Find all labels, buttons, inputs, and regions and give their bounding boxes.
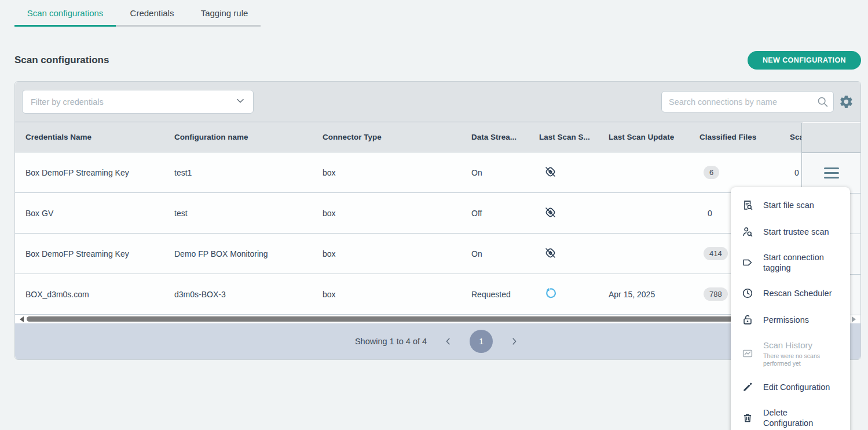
tab-underline bbox=[14, 25, 261, 27]
table-row[interactable]: BOX_d3m0s.com d3m0s-BOX-3 box Requested … bbox=[15, 274, 803, 315]
credentials-filter-select[interactable]: Filter by credentials bbox=[22, 90, 254, 114]
row-context-menu: Start file scan Start trustee scan Start… bbox=[731, 187, 850, 430]
menu-item-label: Permissions bbox=[763, 315, 809, 325]
tab-scan-configurations[interactable]: Scan configurations bbox=[14, 8, 116, 25]
col-configuration-name: Configuration name bbox=[174, 133, 323, 141]
cell-connector-type: box bbox=[323, 209, 471, 218]
table-header-row: Credentials Name Configuration name Conn… bbox=[15, 122, 803, 152]
tab-tagging-rule[interactable]: Tagging rule bbox=[188, 8, 261, 25]
page-title: Scan configurations bbox=[14, 54, 109, 66]
tab-credentials[interactable]: Credentials bbox=[116, 8, 188, 25]
cell-data-streaming: Off bbox=[471, 209, 539, 218]
cell-credentials-name: Box DemoFP Streaming Key bbox=[25, 249, 174, 258]
cell-connector-type: box bbox=[323, 290, 471, 299]
prev-page-button[interactable] bbox=[442, 335, 455, 348]
cell-credentials-name: Box DemoFP Streaming Key bbox=[25, 168, 174, 177]
gear-icon[interactable] bbox=[839, 94, 854, 109]
lock-icon bbox=[741, 314, 754, 326]
menu-item-sublabel: There were no scans performed yet bbox=[763, 352, 849, 367]
menu-item-start-file-scan[interactable]: Start file scan bbox=[731, 192, 850, 218]
col-data-streaming: Data Strea... bbox=[471, 133, 539, 141]
cell-last-scan-update: Apr 15, 2025 bbox=[609, 290, 699, 299]
menu-item-label: Scan History bbox=[763, 340, 849, 351]
col-connector-type: Connector Type bbox=[323, 133, 471, 141]
cell-data-streaming: On bbox=[471, 168, 539, 177]
cell-connector-type: box bbox=[323, 168, 471, 177]
col-last-scan-update: Last Scan Update bbox=[609, 133, 699, 141]
table-row[interactable]: Box DemoFP Streaming Key test1 box On 6 … bbox=[15, 152, 803, 193]
menu-item-label: Start file scan bbox=[763, 200, 814, 210]
tab-bar: Scan configurations Credentials Tagging … bbox=[14, 0, 261, 27]
cell-credentials-name: BOX_d3m0s.com bbox=[25, 290, 174, 299]
menu-item-edit-configuration[interactable]: Edit Configuration bbox=[731, 374, 850, 400]
refresh-icon bbox=[539, 287, 609, 301]
cell-data-streaming: Requested bbox=[471, 290, 539, 299]
cell-configuration-name: Demo FP BOX Monitoring bbox=[174, 249, 323, 258]
menu-item-permissions[interactable]: Permissions bbox=[731, 307, 850, 333]
menu-item-label: Rescan Scheduler bbox=[763, 288, 832, 298]
monitoring-off-icon bbox=[539, 206, 609, 221]
menu-item-label: Edit Configuration bbox=[763, 382, 830, 392]
cell-data-streaming: On bbox=[471, 249, 539, 258]
pagination-summary: Showing 1 to 4 of 4 bbox=[355, 337, 427, 346]
new-configuration-button[interactable]: NEW CONFIGURATION bbox=[748, 51, 861, 70]
menu-item-start-connection-tagging[interactable]: Start connection tagging bbox=[731, 245, 850, 280]
menu-item-scan-history[interactable]: Scan History There were no scans perform… bbox=[731, 333, 850, 374]
monitoring-off-icon bbox=[539, 165, 609, 180]
trustee-scan-icon bbox=[741, 225, 754, 238]
menu-item-delete-configuration[interactable]: Delete Configuration bbox=[731, 400, 850, 430]
menu-item-label: Delete Configuration bbox=[763, 407, 840, 428]
scroll-right-arrow-icon[interactable] bbox=[852, 316, 856, 322]
page-1-button[interactable]: 1 bbox=[470, 330, 493, 353]
menu-item-label: Start connection tagging bbox=[763, 252, 840, 273]
chevron-down-icon bbox=[236, 96, 245, 108]
scroll-left-arrow-icon[interactable] bbox=[20, 316, 24, 322]
scrollbar-thumb[interactable] bbox=[27, 316, 843, 322]
cell-configuration-name: test1 bbox=[174, 168, 323, 177]
cell-connector-type: box bbox=[323, 249, 471, 258]
next-page-button[interactable] bbox=[508, 335, 521, 348]
cell-credentials-name: Box GV bbox=[25, 209, 174, 218]
trash-icon bbox=[741, 411, 754, 424]
menu-item-start-trustee-scan[interactable]: Start trustee scan bbox=[731, 218, 850, 245]
history-chart-icon bbox=[741, 347, 754, 360]
pencil-icon bbox=[741, 381, 754, 393]
row-actions-menu-button[interactable] bbox=[822, 165, 841, 181]
clock-icon bbox=[741, 287, 754, 300]
col-last-scan-status: Last Scan S... bbox=[539, 133, 609, 141]
table-row[interactable]: Box DemoFP Streaming Key Demo FP BOX Mon… bbox=[15, 234, 803, 274]
monitoring-off-icon bbox=[539, 246, 609, 261]
tag-icon bbox=[741, 256, 754, 269]
cell-configuration-name: d3m0s-BOX-3 bbox=[174, 290, 323, 299]
search-input[interactable] bbox=[661, 91, 834, 112]
file-scan-icon bbox=[741, 199, 754, 212]
classified-files-badge: 6 bbox=[699, 166, 790, 179]
search-icon bbox=[816, 96, 829, 110]
table-row[interactable]: Box GV test box Off 0 bbox=[15, 193, 803, 234]
table-toolbar: Filter by credentials bbox=[15, 82, 860, 122]
filter-placeholder: Filter by credentials bbox=[31, 97, 104, 107]
col-classified-files: Classified Files bbox=[699, 133, 790, 141]
cell-configuration-name: test bbox=[174, 209, 323, 218]
col-credentials-name: Credentials Name bbox=[25, 133, 174, 141]
menu-item-rescan-scheduler[interactable]: Rescan Scheduler bbox=[731, 280, 850, 307]
cell-scanned-files: 0 bbox=[790, 168, 803, 177]
col-scanned: Sca bbox=[790, 133, 803, 141]
menu-item-label: Start trustee scan bbox=[763, 227, 829, 237]
